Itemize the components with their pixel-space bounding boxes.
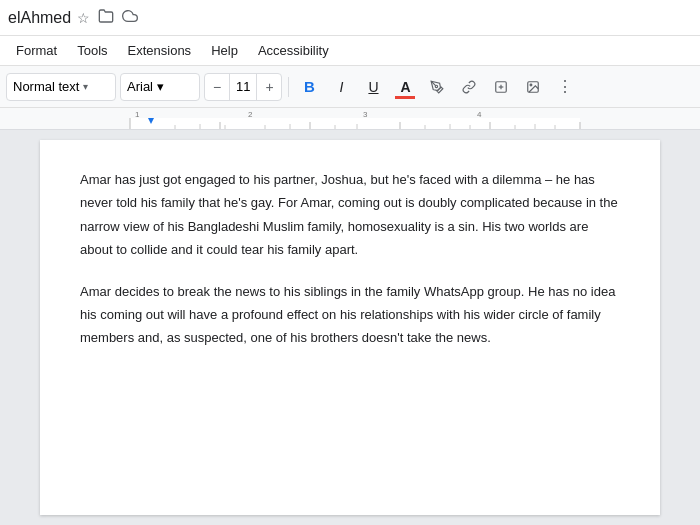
font-chevron-icon: ▾ bbox=[157, 79, 164, 94]
menu-help[interactable]: Help bbox=[203, 40, 246, 61]
font-color-button[interactable]: A bbox=[391, 73, 419, 101]
underline-button[interactable]: U bbox=[359, 73, 387, 101]
svg-text:4: 4 bbox=[477, 110, 482, 119]
menu-bar: Format Tools Extensions Help Accessibili… bbox=[0, 36, 700, 66]
link-icon bbox=[462, 80, 476, 94]
menu-tools[interactable]: Tools bbox=[69, 40, 115, 61]
folder-icon[interactable] bbox=[98, 8, 114, 27]
svg-text:1: 1 bbox=[135, 110, 140, 119]
toolbar-divider-1 bbox=[288, 77, 289, 97]
link-button[interactable] bbox=[455, 73, 483, 101]
font-color-indicator bbox=[395, 96, 415, 99]
doc-title: elAhmed bbox=[8, 9, 71, 27]
font-select[interactable]: Arial ▾ bbox=[120, 73, 200, 101]
doc-page: Amar has just got engaged to his partner… bbox=[40, 140, 660, 515]
menu-extensions[interactable]: Extensions bbox=[120, 40, 200, 61]
highlight-button[interactable] bbox=[423, 73, 451, 101]
highlight-icon bbox=[430, 80, 444, 94]
font-size-decrease-button[interactable]: − bbox=[205, 73, 229, 101]
top-bar: elAhmed ☆ bbox=[0, 0, 700, 36]
insert-button[interactable] bbox=[487, 73, 515, 101]
doc-paragraph-2: Amar decides to break the news to his si… bbox=[80, 280, 620, 350]
style-label: Normal text bbox=[13, 79, 79, 94]
cloud-icon[interactable] bbox=[122, 8, 138, 27]
svg-text:3: 3 bbox=[363, 110, 368, 119]
image-icon bbox=[526, 80, 540, 94]
ruler: 1 2 3 4 bbox=[0, 108, 700, 130]
font-label: Arial bbox=[127, 79, 153, 94]
style-select[interactable]: Normal text ▾ bbox=[6, 73, 116, 101]
svg-point-5 bbox=[531, 84, 533, 86]
toolbar: Normal text ▾ Arial ▾ − 11 + B I U A bbox=[0, 66, 700, 108]
menu-accessibility[interactable]: Accessibility bbox=[250, 40, 337, 61]
doc-paragraph-1: Amar has just got engaged to his partner… bbox=[80, 168, 620, 262]
style-chevron-icon: ▾ bbox=[83, 81, 88, 92]
insert-icon bbox=[494, 80, 508, 94]
font-size-increase-button[interactable]: + bbox=[257, 73, 281, 101]
font-color-label: A bbox=[400, 79, 410, 95]
svg-text:2: 2 bbox=[248, 110, 253, 119]
bold-button[interactable]: B bbox=[295, 73, 323, 101]
svg-rect-7 bbox=[130, 118, 580, 130]
font-size-value[interactable]: 11 bbox=[229, 74, 257, 100]
image-button[interactable] bbox=[519, 73, 547, 101]
italic-button[interactable]: I bbox=[327, 73, 355, 101]
menu-format[interactable]: Format bbox=[8, 40, 65, 61]
ruler-svg: 1 2 3 4 bbox=[0, 108, 700, 130]
star-icon[interactable]: ☆ bbox=[77, 10, 90, 26]
more-options-button[interactable]: ⋮ bbox=[551, 73, 579, 101]
doc-area[interactable]: Amar has just got engaged to his partner… bbox=[0, 130, 700, 525]
font-size-control: − 11 + bbox=[204, 73, 282, 101]
top-bar-icons: ☆ bbox=[77, 8, 138, 27]
svg-point-0 bbox=[436, 85, 438, 87]
